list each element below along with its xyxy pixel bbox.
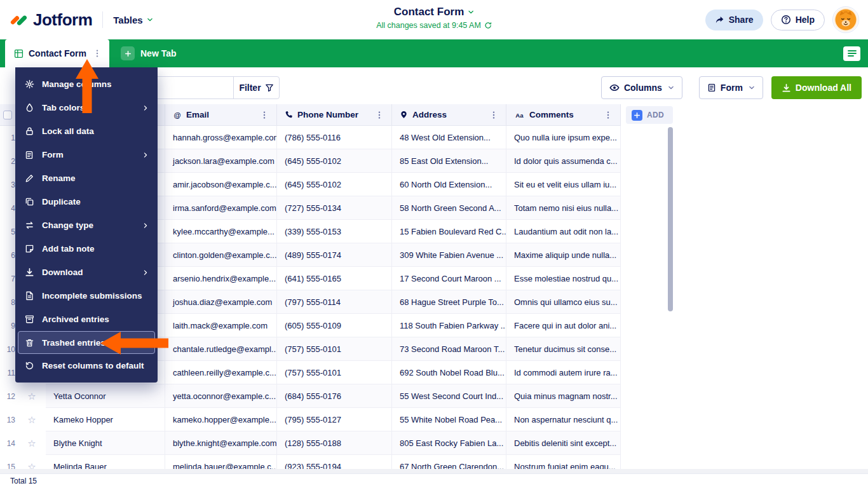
filter-button[interactable]: Filter (233, 77, 279, 98)
cell-phone[interactable]: (757) 555-0101 (277, 337, 392, 361)
cell-phone[interactable]: (128) 555-0188 (277, 431, 392, 455)
columns-button[interactable]: Columns (601, 76, 682, 99)
menu-item-lock-all-data[interactable]: Lock all data (15, 119, 158, 143)
cell-phone[interactable]: (641) 555-0165 (277, 267, 392, 290)
table-header-address[interactable]: Address (392, 104, 506, 126)
cell-address[interactable]: 805 East Rocky Fabien La... (392, 431, 506, 455)
cell-comments[interactable]: Tenetur ducimus sit conse... (506, 337, 621, 361)
horizontal-scrollbar[interactable] (0, 469, 868, 473)
menu-item-add-tab-note[interactable]: Add tab note (15, 237, 158, 261)
menu-item-trashed-entries[interactable]: Trashed entries (18, 331, 155, 354)
cell-email[interactable]: kylee.mccarthy@example... (165, 220, 277, 243)
cell-phone[interactable]: (489) 555-0174 (277, 243, 392, 267)
cell-address[interactable]: 60 North Old Extension... (392, 173, 506, 196)
cell-phone[interactable]: (605) 555-0109 (277, 314, 392, 337)
menu-item-manage-columns[interactable]: Manage columns (15, 72, 158, 96)
menu-item-rename[interactable]: Rename (15, 166, 158, 190)
cell-comments[interactable]: Facere qui in aut dolor ani... (506, 314, 621, 337)
tabs-list-button[interactable] (843, 46, 860, 61)
cell-comments[interactable]: Quo nulla iure ipsum expe... (506, 126, 621, 149)
cell-comments[interactable]: Debitis deleniti sint except... (506, 431, 621, 455)
new-tab-button[interactable]: New Tab (121, 46, 177, 60)
help-button[interactable]: Help (771, 10, 825, 30)
cell-email[interactable]: kameko.hopper@example... (165, 408, 277, 431)
cell-address[interactable]: 309 White Fabien Avenue ... (392, 243, 506, 267)
menu-item-incomplete-submissions[interactable]: Incomplete submissions (15, 284, 158, 308)
column-menu-kebab-icon[interactable] (260, 111, 269, 119)
cell-name[interactable]: Blythe Knight (46, 431, 165, 455)
cell-name[interactable]: Yetta Oconnor (46, 384, 165, 408)
cell-address[interactable]: 55 West Second Court Ind... (392, 384, 506, 408)
cell-email[interactable]: irma.sanford@example.com (165, 196, 277, 220)
cell-address[interactable]: 55 White Nobel Road Pea... (392, 408, 506, 431)
cell-address[interactable]: 692 South Nobel Road Blu... (392, 361, 506, 384)
cell-email[interactable]: yetta.oconnor@example.c... (165, 384, 277, 408)
table-header-email[interactable]: @ Email (165, 104, 277, 126)
cell-email[interactable]: cathleen.reilly@example.c... (165, 361, 277, 384)
download-all-button[interactable]: Download All (771, 76, 862, 99)
menu-item-tab-colors[interactable]: Tab colors (15, 96, 158, 119)
add-column-button[interactable]: ADD (626, 106, 673, 124)
cell-phone[interactable]: (645) 555-0102 (277, 173, 392, 196)
menu-item-reset-columns-to-default[interactable]: Reset columns to default (15, 354, 158, 377)
column-menu-kebab-icon[interactable] (375, 111, 384, 119)
cell-phone[interactable]: (339) 555-0153 (277, 220, 392, 243)
cell-address[interactable]: 15 Fabien Boulevard Red C... (392, 220, 506, 243)
cell-email[interactable]: joshua.diaz@example.com (165, 290, 277, 314)
cell-comments[interactable]: Non aspernatur nesciunt q... (506, 408, 621, 431)
cell-email[interactable]: blythe.knight@example.com (165, 431, 277, 455)
cell-comments[interactable]: Id dolor quis assumenda c... (506, 149, 621, 173)
favorite-star-icon[interactable]: ☆ (18, 408, 46, 431)
cell-phone[interactable]: (797) 555-0114 (277, 290, 392, 314)
cell-address[interactable]: 73 Second Road Maroon T... (392, 337, 506, 361)
select-all-checkbox[interactable] (3, 111, 12, 119)
share-button[interactable]: Share (705, 10, 763, 30)
cell-email[interactable]: laith.mack@example.com (165, 314, 277, 337)
form-button[interactable]: Form (699, 76, 763, 99)
menu-item-duplicate[interactable]: Duplicate (15, 190, 158, 214)
cell-address[interactable]: 118 South Fabien Parkway ... (392, 314, 506, 337)
cell-phone[interactable]: (757) 555-0101 (277, 361, 392, 384)
cell-address[interactable]: 85 East Old Extension... (392, 149, 506, 173)
table-header-comments[interactable]: Aa Comments (506, 104, 621, 126)
cell-comments[interactable]: Quia minus magnam nostr... (506, 384, 621, 408)
form-title-button[interactable]: Contact Form (376, 6, 492, 18)
table-header-phone[interactable]: Phone Number (277, 104, 392, 126)
cell-comments[interactable]: Maxime aliquip unde nulla... (506, 243, 621, 267)
tables-menu-button[interactable]: Tables (113, 15, 153, 25)
cell-phone[interactable]: (727) 555-0134 (277, 196, 392, 220)
menu-item-form[interactable]: Form (15, 143, 158, 166)
cell-email[interactable]: jackson.lara@example.com (165, 149, 277, 173)
cell-address[interactable]: 17 Second Court Maroon ... (392, 267, 506, 290)
column-menu-kebab-icon[interactable] (604, 111, 613, 119)
menu-item-archived-entries[interactable]: Archived entries (15, 308, 158, 331)
cell-email[interactable]: clinton.golden@example.c... (165, 243, 277, 267)
cell-comments[interactable]: Sit eu et velit eius ullam iu... (506, 173, 621, 196)
favorite-star-icon[interactable]: ☆ (18, 431, 46, 455)
cell-phone[interactable]: (684) 555-0176 (277, 384, 392, 408)
cell-comments[interactable]: Totam nemo nisi eius nulla... (506, 196, 621, 220)
cell-email[interactable]: hannah.gross@example.com (165, 126, 277, 149)
cell-comments[interactable]: Esse molestiae nostrud qu... (506, 267, 621, 290)
cell-comments[interactable]: Id commodi autem irure ra... (506, 361, 621, 384)
tab-contact-form[interactable]: Contact Form (5, 39, 109, 67)
cell-phone[interactable]: (786) 555-0116 (277, 126, 392, 149)
cell-email[interactable]: chantale.rutledge@exampl... (165, 337, 277, 361)
cell-phone[interactable]: (645) 555-0102 (277, 149, 392, 173)
avatar[interactable] (832, 6, 859, 33)
menu-item-change-type[interactable]: Change type (15, 214, 158, 237)
favorite-star-icon[interactable]: ☆ (18, 384, 46, 408)
cell-address[interactable]: 58 North Green Second A... (392, 196, 506, 220)
cell-email[interactable]: arsenio.hendrix@example... (165, 267, 277, 290)
cell-email[interactable]: amir.jacobson@example.c... (165, 173, 277, 196)
tab-menu-trigger-kebab-icon[interactable] (92, 48, 103, 59)
cell-name[interactable]: Kameko Hopper (46, 408, 165, 431)
vertical-scrollbar[interactable] (668, 127, 673, 311)
cell-address[interactable]: 48 West Old Extension... (392, 126, 506, 149)
jotform-logo[interactable]: Jotform (9, 10, 92, 30)
cell-address[interactable]: 68 Hague Street Purple To... (392, 290, 506, 314)
menu-item-download[interactable]: Download (15, 261, 158, 284)
column-menu-kebab-icon[interactable] (489, 111, 498, 119)
cell-phone[interactable]: (795) 555-0127 (277, 408, 392, 431)
cell-comments[interactable]: Laudantium aut odit non la... (506, 220, 621, 243)
